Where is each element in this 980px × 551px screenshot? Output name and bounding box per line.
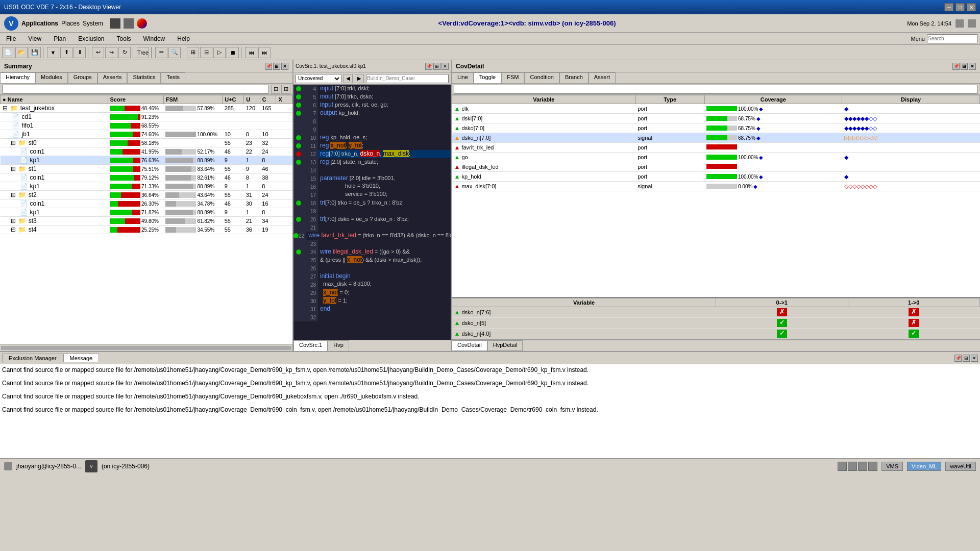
row-expand-icon[interactable]: ⊟ [11, 139, 16, 146]
source-line-25[interactable]: 25& (press || x_not) && (dski > max_disk… [293, 256, 451, 264]
row-name-cell[interactable]: 📄 coin1 [1, 173, 108, 182]
col-u[interactable]: U [244, 95, 260, 104]
row-expand-icon[interactable]: ⊟ [11, 217, 16, 224]
cov-col-variable[interactable]: Variable [452, 95, 636, 104]
tree-button[interactable]: Tree [137, 47, 149, 58]
tab-tests[interactable]: Tests [161, 72, 185, 83]
source-line-29[interactable]: 29 x_not = 0; [293, 289, 451, 297]
cov2-col-01[interactable]: 0->1 [716, 298, 848, 307]
source-search-input[interactable] [366, 74, 449, 83]
source-line-17[interactable]: 17 service = 3'b100; [293, 191, 451, 199]
source-pin-button[interactable]: 📌 [425, 63, 432, 70]
search-input[interactable] [927, 34, 978, 43]
network-icon[interactable] [968, 19, 976, 28]
source-close-button[interactable]: ✕ [442, 63, 449, 70]
cov-var-row-0[interactable]: ▲ clkport 100.00% ◆ ◆ [452, 104, 980, 114]
filter-prev-button[interactable]: ◀ [344, 74, 353, 83]
cov-var-row-7[interactable]: ▲ kp_holdport 100.00% ◆ ◆ [452, 172, 980, 182]
bottom-tab-exclusion[interactable]: Exclusion Manager [2, 354, 63, 362]
places-label[interactable]: Places [61, 20, 80, 27]
source-line-22[interactable]: 22wire favrit_trk_led = (trko_n == 8'd32… [293, 232, 451, 240]
zoom-button[interactable]: 🔍 [168, 47, 181, 58]
status-videoml-button[interactable]: Video_ML [907, 462, 941, 471]
row-name-cell[interactable]: ⊟ 📁 st3 [1, 217, 108, 226]
menu-plan[interactable]: Plan [50, 34, 70, 43]
menu-tools[interactable]: Tools [113, 34, 135, 43]
row-name-cell[interactable]: ⊟ 📁 st0 [1, 139, 108, 147]
row-name-cell[interactable]: ⊟ 📁 st2 [1, 191, 108, 199]
cov-var-row-2[interactable]: ▲ dsko[7:0]port 68.75% ◆ ◆◆◆◆◆◆◇◇ [452, 123, 980, 133]
cov-col-type[interactable]: Type [635, 95, 704, 104]
undo-button[interactable]: ↩ [92, 47, 104, 58]
bottom-tab-message[interactable]: Message [63, 354, 100, 362]
summary-panel-controls[interactable]: 📌 ⊞ ✕ [265, 63, 288, 70]
hier-row-10[interactable]: ⊟ 📁 st2 36.64% 43.64% 553124 [1, 191, 292, 199]
row-expand-icon[interactable]: ⊟ [11, 165, 16, 172]
source-line-14[interactable]: 14 [293, 166, 451, 174]
source-float-button[interactable]: ⊞ [433, 63, 440, 70]
filter-dropdown[interactable]: Uncovered [296, 74, 341, 83]
cov-search-input[interactable] [454, 85, 978, 94]
source-line-27[interactable]: 27initial begin [293, 272, 451, 281]
row-name-cell[interactable]: ⊟ 📁 st4 [1, 226, 108, 234]
tb-btn6[interactable]: ⊞ [187, 47, 199, 58]
cov-float-button[interactable]: ⊞ [961, 63, 968, 70]
row-name-cell[interactable]: ⊟ 📁 test_jukebox [1, 104, 108, 113]
source-line-32[interactable]: 32 [293, 313, 451, 321]
expand-all-button[interactable]: ⊞ [281, 85, 290, 94]
source-line-24[interactable]: 24wire illegal_dsk_led = ((go > 0) && [293, 248, 451, 256]
tab-hierarchy[interactable]: Hierarchy [0, 72, 35, 83]
source-line-21[interactable]: 21 [293, 223, 451, 232]
hier-row-7[interactable]: ⊟ 📁 st1 75.51% 83.64% 55946 [1, 165, 292, 173]
source-line-13[interactable]: 13reg [2:0] state, n_state; [293, 158, 451, 166]
filter-next-button[interactable]: ▶ [355, 74, 364, 83]
summary-close-button[interactable]: ✕ [281, 63, 288, 70]
source-line-5[interactable]: 5inout [7:0] trko, dsko; [293, 93, 451, 101]
source-line-19[interactable]: 19 [293, 207, 451, 215]
cov-close-button[interactable]: ✕ [969, 63, 976, 70]
summary-float-button[interactable]: ⊞ [273, 63, 280, 70]
message-area[interactable]: Cannot find source file or mapped source… [0, 364, 980, 458]
col-name[interactable]: ● Name [1, 95, 108, 104]
source-line-7[interactable]: 7output kp_hold; [293, 109, 451, 117]
cov2-col-10[interactable]: 1->0 [848, 298, 980, 307]
speaker-icon[interactable] [955, 19, 964, 28]
cov-tab-line[interactable]: Line [452, 72, 474, 83]
maximize-button[interactable]: □ [955, 3, 965, 11]
hier-filter-input[interactable] [2, 85, 269, 94]
col-uc[interactable]: U+C [223, 95, 244, 104]
hier-scroll-track[interactable] [1, 346, 291, 350]
hier-row-3[interactable]: 📄 jb1 74.60% 100.00% 10010 [1, 130, 292, 139]
open-button[interactable]: 📂 [15, 47, 28, 58]
source-line-4[interactable]: 4input [7:0] trki, dski; [293, 85, 451, 93]
cov-var-row-8[interactable]: ▲ max_disk[7:0]signal 0.00% ◆ ◇◇◇◇◇◇◇◇ [452, 182, 980, 191]
row-expand-icon[interactable]: ⊟ [11, 191, 16, 198]
row-expand-icon[interactable]: ⊟ [11, 226, 16, 233]
cov-btm-tab-hvpdetail[interactable]: HvpDetail [487, 340, 523, 351]
msg-close-button[interactable]: ✕ [971, 355, 978, 362]
cov-var-row-3[interactable]: ▲ dsko_n[7:0]signal 68.75% ◆ ▷▷▷▷▷▷◁◁ [452, 133, 980, 143]
system-label[interactable]: System [83, 20, 103, 27]
hier-row-9[interactable]: 📄 kp1 71.33% 88.89% 918 [1, 182, 292, 191]
cov-tab-toggle[interactable]: Toggle [474, 72, 501, 83]
menu-exclusion[interactable]: Exclusion [74, 34, 108, 43]
hier-row-12[interactable]: 📄 kp1 71.82% 88.89% 918 [1, 208, 292, 217]
source-line-16[interactable]: 16 hold = 3'b010, [293, 183, 451, 191]
msg-pin-button[interactable]: 📌 [954, 355, 962, 362]
filter-button[interactable]: ▼ [47, 47, 59, 58]
source-line-31[interactable]: 31end [293, 305, 451, 313]
export-button[interactable]: ⬇ [74, 47, 86, 58]
cov-tab-fsm[interactable]: FSM [501, 72, 524, 83]
menu-file[interactable]: File [2, 34, 20, 43]
source-line-20[interactable]: 20tri[7:0] dsko = oe_s ? dsko_n : 8'bz; [293, 215, 451, 223]
hier-row-5[interactable]: 📄 coin1 41.95% 52.17% 462224 [1, 147, 292, 156]
hier-row-2[interactable]: 📄 fifo1 68.55% [1, 121, 292, 130]
src-tab-hvp[interactable]: Hvp [328, 340, 349, 351]
col-score[interactable]: Score [108, 95, 163, 104]
row-name-cell[interactable]: 📄 fifo1 [1, 121, 108, 130]
menu-help[interactable]: Help [173, 34, 194, 43]
hier-row-6[interactable]: 📄 kp1 76.63% 88.89% 918 [1, 156, 292, 165]
hier-row-14[interactable]: ⊟ 📁 st4 25.25% 34.55% 553619 [1, 226, 292, 234]
tb-btn7[interactable]: ⊟ [200, 47, 212, 58]
tb-btn10[interactable]: ⏮ [245, 47, 257, 58]
